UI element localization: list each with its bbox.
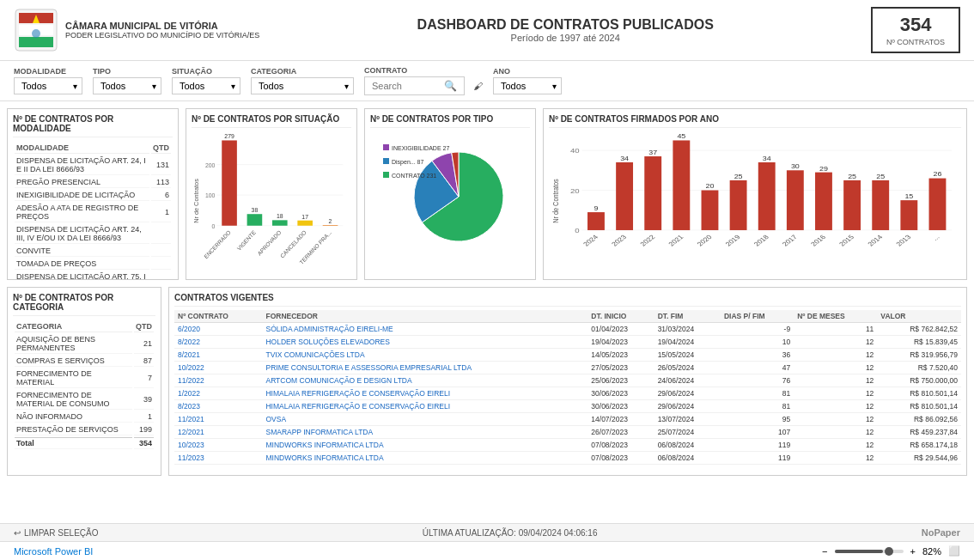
fullscreen-icon[interactable]: ⬜ xyxy=(948,545,960,557)
modalidade-label: MODALIDADE xyxy=(14,67,82,76)
vigentes-col-header: DT. FIM xyxy=(654,310,721,323)
modal-col-name: MODALIDADE xyxy=(15,143,149,154)
content-area: Nº DE CONTRATOS POR MODALIDADE MODALIDAD… xyxy=(0,101,974,523)
dashboard-title-area: DASHBOARD DE CONTRATOS PUBLICADOS Períod… xyxy=(259,17,871,43)
vigentes-col-header: Nº CONTRATO xyxy=(174,310,262,323)
undo-icon: ↩ xyxy=(14,528,21,538)
zoom-minus[interactable]: − xyxy=(822,546,827,557)
svg-text:APROVADO: APROVADO xyxy=(256,229,282,257)
modalidade-row: DISPENSA DE LICITAÇÃO ART. 75, I E II DA… xyxy=(15,271,171,280)
categoria-row: COMPRAS E SERVIÇOS87 xyxy=(15,356,154,367)
zoom-value: 82% xyxy=(922,546,941,557)
svg-rect-77 xyxy=(929,179,947,230)
modalidade-chart-card: Nº DE CONTRATOS POR MODALIDADE MODALIDAD… xyxy=(7,108,179,280)
ano-select-wrapper[interactable]: Todos xyxy=(493,77,562,94)
svg-text:15: 15 xyxy=(904,193,914,200)
svg-rect-28 xyxy=(383,144,389,150)
search-input[interactable] xyxy=(372,81,441,91)
svg-rect-53 xyxy=(702,191,719,230)
svg-rect-47 xyxy=(644,156,661,230)
svg-rect-3 xyxy=(19,37,53,47)
svg-rect-62 xyxy=(787,170,804,230)
svg-rect-44 xyxy=(616,162,633,230)
bottom-row: Nº DE CONTRATOS POR CATEGORIA CATEGORIA … xyxy=(7,287,967,476)
dashboard-period: Período de 1997 até 2024 xyxy=(259,33,871,43)
zoom-controls: − + 82% ⬜ xyxy=(822,545,960,557)
svg-rect-30 xyxy=(383,158,389,164)
clear-label: LIMPAR SELEÇÃO xyxy=(24,528,99,538)
vigentes-row: 10/2022 PRIME CONSULTORIA E ASSESSORIA E… xyxy=(174,362,961,374)
modalidade-row: PREGÃO PRESENCIAL113 xyxy=(15,177,171,188)
svg-text:2022: 2022 xyxy=(638,234,656,247)
situacao-select[interactable]: Todos xyxy=(172,77,240,94)
svg-text:25: 25 xyxy=(848,173,857,180)
header: CÂMARA MUNICIPAL DE VITÓRIA PODER LEGISL… xyxy=(0,0,974,61)
modalidade-select-wrapper[interactable]: Todos xyxy=(14,77,82,94)
tipo-select[interactable]: Todos xyxy=(93,77,161,94)
zoom-plus[interactable]: + xyxy=(910,546,916,557)
vigentes-row: 6/2020 SÓLIDA ADMINISTRAÇÃO EIRELI-ME 01… xyxy=(174,323,961,336)
ano-select[interactable]: Todos xyxy=(493,77,562,94)
cat-col-name: CATEGORIA xyxy=(15,321,132,332)
svg-text:2021: 2021 xyxy=(667,234,686,247)
vigentes-col-header: Nº DE MESES xyxy=(794,310,877,323)
svg-text:INEXIGIBILIDADE 27: INEXIGIBILIDADE 27 xyxy=(392,145,449,151)
categoria-row: PRESTAÇÃO DE SERVIÇOS199 xyxy=(15,424,154,435)
zoom-bar[interactable] xyxy=(835,550,904,553)
counter-value: 354 xyxy=(886,14,945,36)
svg-text:9: 9 xyxy=(594,205,599,212)
svg-text:40: 40 xyxy=(570,147,580,155)
update-label: ÚLTIMA ATUALIZAÇÃO: xyxy=(423,528,516,538)
tipo-select-wrapper[interactable]: Todos xyxy=(93,77,161,94)
svg-text:100: 100 xyxy=(205,192,215,199)
powerbi-link[interactable]: Microsoft Power BI xyxy=(14,546,93,557)
categoria-select-wrapper[interactable]: Todos xyxy=(251,77,354,94)
modalidade-row: TOMADA DE PREÇOS xyxy=(15,259,171,270)
modalidade-table: MODALIDADE QTD DISPENSA DE LICITAÇÃO ART… xyxy=(13,141,173,280)
svg-text:34: 34 xyxy=(620,155,630,162)
svg-text:200: 200 xyxy=(205,162,215,169)
zoom-handle[interactable] xyxy=(885,547,893,556)
modalidade-row: CONVITE xyxy=(15,246,171,257)
situacao-select-wrapper[interactable]: Todos xyxy=(172,77,240,94)
svg-text:26: 26 xyxy=(934,171,943,178)
svg-rect-16 xyxy=(247,214,263,226)
counter-label: Nº CONTRATOS xyxy=(886,38,945,46)
categoria-title: Nº DE CONTRATOS POR CATEGORIA xyxy=(13,293,155,316)
categoria-table: CATEGORIA QTD AQUISIÇÃO DE BENS PERMANEN… xyxy=(13,320,155,451)
update-info: ÚLTIMA ATUALIZAÇÃO: 09/04/2024 04:06:16 xyxy=(423,528,598,538)
institution-name: CÂMARA MUNICIPAL DE VITÓRIA xyxy=(65,21,259,31)
ano-filter: ANO Todos xyxy=(493,67,562,94)
clear-selection[interactable]: ↩ LIMPAR SELEÇÃO xyxy=(14,528,99,538)
modalidade-select[interactable]: Todos xyxy=(14,77,82,94)
svg-rect-65 xyxy=(815,173,832,230)
categoria-filter: CATEGORIA Todos xyxy=(251,67,354,94)
svg-rect-41 xyxy=(587,212,605,230)
dashboard-title: DASHBOARD DE CONTRATOS PUBLICADOS xyxy=(259,17,871,33)
svg-text:2018: 2018 xyxy=(752,234,771,247)
categoria-row: FORNECIMENTO DE MATERIAL DE CONSUMO39 xyxy=(15,390,154,410)
zoom-bar-fill xyxy=(835,550,883,553)
modalidade-row: ADESÃO A ATA DE REGISTRO DE PREÇOS1 xyxy=(15,203,171,222)
situacao-chart-card: Nº DE CONTRATOS POR SITUAÇÃO Nr de Contr… xyxy=(186,108,357,280)
svg-rect-74 xyxy=(900,200,917,230)
svg-text:2019: 2019 xyxy=(724,234,743,247)
search-box[interactable]: 🔍 xyxy=(364,76,465,95)
categoria-select[interactable]: Todos xyxy=(251,77,354,94)
svg-text:2020: 2020 xyxy=(696,234,715,247)
brush-icon[interactable]: 🖌 xyxy=(473,81,483,91)
svg-text:20: 20 xyxy=(570,187,580,195)
brand-text: NoPaper xyxy=(922,527,960,538)
vigentes-row: 11/2023 MINDWORKS INFORMATICA LTDA 07/08… xyxy=(174,452,961,465)
modalidade-row: DISPENSA DE LICITAÇÃO ART. 24, I E II DA… xyxy=(15,155,171,175)
categoria-row: AQUISIÇÃO DE BENS PERMANENTES21 xyxy=(15,334,154,354)
ano-label: ANO xyxy=(493,67,562,76)
svg-rect-50 xyxy=(673,140,690,230)
brand-logo: NoPaper xyxy=(922,527,960,538)
cat-col-qty: QTD xyxy=(134,321,154,332)
svg-text:2014: 2014 xyxy=(866,234,885,247)
categoria-row: NÃO INFORMADO1 xyxy=(15,411,154,423)
svg-text:2013: 2013 xyxy=(895,234,914,247)
svg-rect-25 xyxy=(323,225,338,226)
bottom-bar: Microsoft Power BI − + 82% ⬜ xyxy=(0,541,974,560)
